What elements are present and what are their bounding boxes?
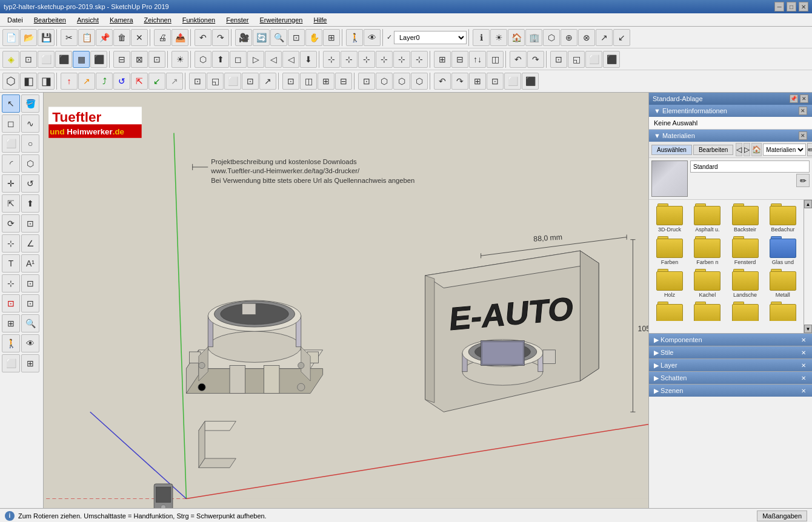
align2[interactable]: ⊟ <box>451 51 468 68</box>
auswahlen-tab[interactable]: Auswählen <box>651 145 692 155</box>
look2-tool[interactable]: 👁 <box>21 334 39 352</box>
mat-folder-syntheti[interactable]: Syntheti. <box>727 300 764 321</box>
solid4[interactable]: ⊟ <box>335 73 352 90</box>
menu-fenster[interactable]: Fenster <box>221 15 253 25</box>
menu-bearbeiten[interactable]: Bearbeiten <box>29 15 71 25</box>
mat-folder-landschaft[interactable]: Landsche <box>727 268 764 299</box>
mat-nav-forward[interactable]: ▷ <box>744 143 750 156</box>
left-button[interactable]: ◁ <box>282 51 299 68</box>
mat-folder-glas[interactable]: Glas und <box>765 235 801 266</box>
mat-folder-asphalt[interactable]: Asphalt u. <box>689 202 725 234</box>
front-button[interactable]: ◻ <box>230 51 247 68</box>
mat-scrollbar[interactable]: ▲ ▼ <box>804 200 812 333</box>
look-button[interactable]: 👁 <box>364 29 381 46</box>
mat-folder-holz[interactable]: Holz <box>651 268 688 299</box>
print-button[interactable]: 🖨 <box>154 29 171 46</box>
undo2[interactable]: ↶ <box>510 51 527 68</box>
menu-ansicht[interactable]: Ansicht <box>72 15 104 25</box>
mat-folder-3ddruck[interactable]: 3D-Druck <box>651 202 688 234</box>
mat-scroll-down[interactable]: ▼ <box>804 325 812 333</box>
mat-name-input[interactable] <box>690 160 810 173</box>
komponenten-header[interactable]: ▶ Komponenten ✕ <box>649 334 812 346</box>
snap2[interactable]: ⊹ <box>341 51 358 68</box>
menu-zeichnen[interactable]: Zeichnen <box>139 15 176 25</box>
stile-header[interactable]: ▶ Stile ✕ <box>649 346 812 358</box>
solid2[interactable]: ◫ <box>300 73 317 90</box>
materialien-header[interactable]: ▼ Materialien ✕ <box>649 130 812 142</box>
building-button[interactable]: 🏢 <box>525 29 542 46</box>
axes-tool[interactable]: ⊹ <box>2 274 20 292</box>
mat-folder-backstein[interactable]: Backsteir <box>727 202 764 234</box>
scale[interactable]: ⇱ <box>131 73 148 90</box>
mat-folder-fenster[interactable]: Fensterd <box>727 235 764 266</box>
sand2[interactable]: ⬡ <box>376 73 393 90</box>
bottom-button[interactable]: ⬇ <box>300 51 317 68</box>
minimize-button[interactable]: ─ <box>774 2 784 12</box>
mat-folder-farben[interactable]: Farben <box>651 235 688 266</box>
more1[interactable]: ⊡ <box>550 51 567 68</box>
push[interactable]: ↙ <box>148 73 165 90</box>
zoom2-tool[interactable]: ⊞ <box>2 314 20 332</box>
extra4-button[interactable]: ↗ <box>596 29 613 46</box>
circle-tool[interactable]: ○ <box>21 134 39 153</box>
offset-tool[interactable]: ⊡ <box>21 214 39 233</box>
new-button[interactable]: 📄 <box>2 29 19 46</box>
bearbeiten-tab[interactable]: Bearbeiten <box>693 145 733 155</box>
align1[interactable]: ⊞ <box>434 51 451 68</box>
pan-button[interactable]: ✋ <box>305 29 322 46</box>
mono-button[interactable]: ⬛ <box>90 51 107 68</box>
more2[interactable]: ◱ <box>568 51 585 68</box>
copy-button[interactable]: 📋 <box>78 29 95 46</box>
walk2-tool[interactable]: 🚶 <box>2 334 20 352</box>
adv1[interactable]: ↶ <box>434 73 451 90</box>
export-button[interactable]: 📤 <box>171 29 188 46</box>
sand1[interactable]: ⊡ <box>358 73 375 90</box>
mat-folder-farben2[interactable]: Farben n <box>689 235 725 266</box>
followme-tool[interactable]: ⟳ <box>2 214 20 233</box>
snap3[interactable]: ⊹ <box>358 51 375 68</box>
text-tool[interactable]: T <box>2 254 20 273</box>
scale-tool[interactable]: ⇱ <box>2 194 20 213</box>
viewport[interactable]: E-AUTO <box>44 93 648 508</box>
dimension-tool[interactable]: A¹ <box>21 254 39 273</box>
section-tool[interactable]: ⊡ <box>21 274 39 292</box>
szenen-header[interactable]: ▶ Szenen ✕ <box>649 385 812 397</box>
open-button[interactable]: 📂 <box>20 29 37 46</box>
status-info-button[interactable]: i <box>5 511 15 521</box>
back-button[interactable]: ◁ <box>265 51 282 68</box>
menu-erweiterungen[interactable]: Erweiterungen <box>255 15 308 25</box>
align3[interactable]: ↑↓ <box>469 51 486 68</box>
panel-pin-button[interactable]: 📌 <box>790 94 798 103</box>
save-button[interactable]: 💾 <box>38 29 55 46</box>
snap4[interactable]: ⊹ <box>376 51 393 68</box>
zoomfit-button[interactable]: ⊞ <box>323 29 340 46</box>
section-plane[interactable]: ⊠ <box>131 51 148 68</box>
layer-dropdown[interactable]: Layer0 <box>394 31 467 44</box>
mat-category-select[interactable]: Materialien <box>763 144 806 156</box>
shape2[interactable]: ◧ <box>20 73 37 90</box>
line-tool[interactable]: ∿ <box>21 114 39 133</box>
pull[interactable]: ↗ <box>166 73 183 90</box>
delete-button[interactable]: ✕ <box>131 29 148 46</box>
extra5-button[interactable]: ↙ <box>613 29 630 46</box>
mat-settings-button[interactable]: ✏ <box>807 143 812 156</box>
zoom-button[interactable]: 🔍 <box>270 29 287 46</box>
adv4[interactable]: ⊡ <box>487 73 504 90</box>
mat-folder-teppich[interactable]: Teppich <box>765 300 801 321</box>
wire-button[interactable]: ⊡ <box>20 51 37 68</box>
polygon-tool[interactable]: ⬡ <box>21 154 39 173</box>
position-tool[interactable]: ⊞ <box>21 354 39 372</box>
adv2[interactable]: ↷ <box>451 73 468 90</box>
extra3-button[interactable]: ⊗ <box>578 29 595 46</box>
panel-close-button[interactable]: ✕ <box>800 94 808 103</box>
align4[interactable]: ◫ <box>487 51 504 68</box>
layer-close[interactable]: ✕ <box>800 362 807 369</box>
view3d-button[interactable]: 🎥 <box>235 29 252 46</box>
sand3[interactable]: ⬡ <box>393 73 410 90</box>
schatten-close[interactable]: ✕ <box>800 374 807 382</box>
zoomfit2-tool[interactable]: 🔍 <box>21 314 39 332</box>
solid1[interactable]: ⊡ <box>282 73 299 90</box>
snap5[interactable]: ⊹ <box>393 51 410 68</box>
more4[interactable]: ⬛ <box>603 51 620 68</box>
house-button[interactable]: 🏠 <box>508 29 525 46</box>
